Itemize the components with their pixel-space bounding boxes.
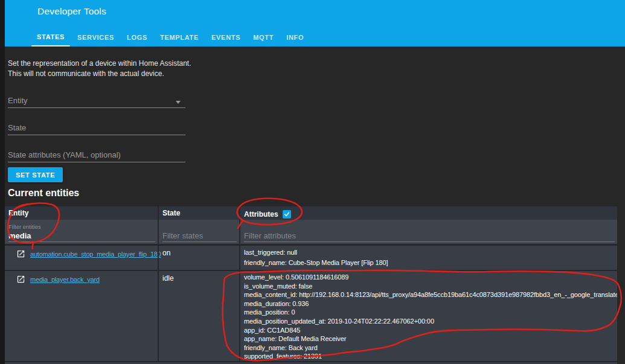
left-edge-strip: [0, 0, 5, 364]
entity-cell: media_player.back_yard: [5, 271, 158, 361]
attribute-line: is_volume_muted: false: [244, 282, 614, 291]
entity-select[interactable]: Entity: [8, 96, 185, 108]
column-header-attributes: Attributes: [239, 206, 617, 220]
entities-table: Entity State Attributes Filter entities …: [5, 206, 617, 364]
tab-states[interactable]: STATES: [31, 28, 70, 46]
attributes-checkbox[interactable]: [283, 210, 291, 219]
attribute-line: last_triggered: null: [244, 247, 614, 258]
app-header: Developer Tools STATES SERVICES LOGS TEM…: [5, 0, 625, 46]
tab-info[interactable]: INFO: [281, 28, 309, 46]
attributes-cell: volume_level: 0.5061091184616089 is_volu…: [239, 271, 617, 361]
tab-logs[interactable]: LOGS: [121, 28, 153, 46]
entity-select-label: Entity: [8, 96, 28, 105]
attribute-line: media_position: 0: [244, 308, 614, 317]
filter-attributes-input[interactable]: Filter attributes: [244, 231, 615, 242]
entity-link[interactable]: automation.cube_stop_media_player_flip_1…: [30, 251, 161, 258]
state-cell: on: [158, 246, 239, 270]
column-header-attributes-label: Attributes: [244, 210, 278, 219]
page-title: Developer Tools: [37, 6, 106, 17]
attribute-line: media_duration: 0.936: [244, 299, 614, 308]
entity-cell: automation.cube_stop_media_player_flip_1…: [5, 246, 158, 270]
attribute-line: supported_features: 21391: [244, 352, 614, 361]
table-row-automation: automation.cube_stop_media_player_flip_1…: [5, 246, 617, 270]
attribute-line: app_id: CC1AD845: [244, 326, 614, 335]
table-row-media-player: media_player.back_yard idle volume_level…: [5, 271, 617, 361]
checkmark-icon: [284, 211, 290, 217]
column-header-entity[interactable]: Entity: [5, 206, 158, 220]
developer-tools-screen: Developer Tools STATES SERVICES LOGS TEM…: [0, 0, 625, 364]
attributes-cell: last_triggered: null friendly_name: Cube…: [239, 246, 617, 270]
state-input[interactable]: State: [8, 123, 185, 135]
attribute-line: media_position_updated_at: 2019-10-24T02…: [244, 317, 614, 326]
entity-link[interactable]: media_player.back_yard: [30, 276, 100, 283]
filter-entities-cell: Filter entities media: [5, 220, 158, 244]
column-header-state[interactable]: State: [158, 206, 239, 220]
state-attributes-label: State attributes (YAML, optional): [8, 150, 121, 159]
table-header-row: Entity State Attributes: [5, 206, 617, 220]
filter-attributes-cell: Filter attributes: [239, 220, 617, 244]
attribute-line: friendly_name: Back yard: [244, 343, 614, 353]
table-filter-row: Filter entities media Filter states Filt…: [5, 220, 617, 244]
filter-entities-input[interactable]: media: [8, 231, 155, 242]
tab-bar: STATES SERVICES LOGS TEMPLATE EVENTS MQT…: [31, 28, 311, 46]
attribute-line: volume_level: 0.5061091184616089: [244, 273, 614, 282]
tab-template[interactable]: TEMPLATE: [155, 28, 204, 46]
chevron-down-icon: [176, 101, 181, 104]
open-in-new-icon[interactable]: [16, 249, 25, 258]
filter-states-input[interactable]: Filter states: [162, 231, 237, 242]
tab-events[interactable]: EVENTS: [206, 28, 246, 46]
intro-text: Set the representation of a device withi…: [8, 59, 191, 79]
attribute-line: friendly_name: Cube-Stop Media Player [F…: [244, 258, 614, 268]
state-attributes-input[interactable]: State attributes (YAML, optional): [8, 150, 185, 162]
filter-states-cell: Filter states: [158, 220, 239, 244]
tab-mqtt[interactable]: MQTT: [248, 28, 279, 46]
state-cell: idle: [158, 271, 239, 361]
attribute-line: app_name: Default Media Receiver: [244, 334, 614, 343]
tab-services[interactable]: SERVICES: [72, 28, 120, 46]
intro-line-2: This will not communicate with the actua…: [8, 69, 191, 79]
state-input-label: State: [8, 123, 26, 132]
filter-entities-label: Filter entities: [8, 223, 41, 230]
attribute-line: media_content_id: http://192.168.0.14:81…: [244, 290, 614, 299]
open-in-new-icon[interactable]: [16, 275, 25, 284]
current-entities-heading: Current entities: [8, 188, 79, 199]
set-state-button[interactable]: SET STATE: [8, 167, 63, 182]
intro-line-1: Set the representation of a device withi…: [8, 59, 191, 69]
